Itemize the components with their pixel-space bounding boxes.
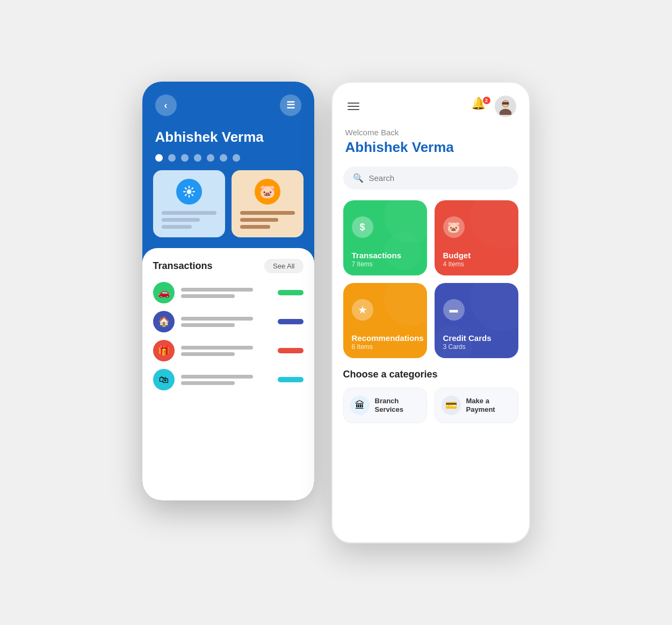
menu-button-left[interactable]: ☰ xyxy=(280,95,301,116)
svg-line-8 xyxy=(185,194,186,196)
transactions-section: Transactions See All 🚗 🏠 xyxy=(142,248,314,500)
dot-4 xyxy=(194,154,201,162)
card-transfers[interactable]: $ xyxy=(153,170,225,237)
transactions-title: Transactions xyxy=(153,260,213,272)
recommendations-card-title: Recommendations xyxy=(352,333,418,343)
branch-services-text: Branch Services xyxy=(375,397,420,413)
account-cards-row: $ 🐷 xyxy=(142,170,314,248)
transactions-card[interactable]: $ Transactions 7 Items xyxy=(343,200,427,275)
bg-circle xyxy=(470,283,518,331)
categories-title: Choose a categories xyxy=(343,369,518,380)
search-bar[interactable]: 🔍 xyxy=(343,166,518,190)
menu-bar-2 xyxy=(348,106,359,107)
search-input[interactable] xyxy=(369,173,509,183)
tx-icon-car: 🚗 xyxy=(153,282,175,303)
tx-icon-gift: 🎁 xyxy=(153,340,175,361)
right-phone-header: 🔔 2 xyxy=(333,83,529,123)
header-icons: 🔔 2 xyxy=(471,96,516,117)
transaction-list: 🚗 🏠 🎁 xyxy=(153,282,304,390)
card-line xyxy=(162,211,216,215)
tx-badge-car xyxy=(278,290,304,295)
svg-rect-13 xyxy=(502,102,509,105)
card-line xyxy=(240,225,270,229)
dashboard-cards-grid: $ Transactions 7 Items 🐷 Budget 4 Items … xyxy=(333,200,529,369)
categories-section: Choose a categories 🏛 Branch Services 💳 xyxy=(333,369,529,423)
welcome-back-text: Welcome Back xyxy=(345,128,516,137)
tx-line xyxy=(181,317,253,321)
dot-6 xyxy=(220,154,227,162)
notification-button[interactable]: 🔔 2 xyxy=(471,97,490,116)
bg-circle xyxy=(470,200,518,249)
tx-line xyxy=(181,323,235,327)
card-line xyxy=(162,218,200,222)
card-line xyxy=(240,211,295,215)
transfers-icon: $ xyxy=(176,179,202,205)
svg-text:$: $ xyxy=(187,189,191,195)
transactions-icon: $ xyxy=(352,216,373,238)
branch-services-name: Branch Services xyxy=(375,397,420,413)
notification-badge: 2 xyxy=(483,97,490,104)
make-payment-text: Make a Payment xyxy=(466,397,511,413)
bg-circle xyxy=(384,283,427,326)
dot-3 xyxy=(181,154,189,162)
make-payment-card[interactable]: 💳 Make a Payment xyxy=(435,388,518,423)
budget-icon: 🐷 xyxy=(443,216,465,238)
tx-badge-gift xyxy=(278,348,304,353)
welcome-section: Welcome Back Abhishek Verma xyxy=(333,123,529,166)
menu-bar-3 xyxy=(348,109,359,110)
budget-card[interactable]: 🐷 Budget 4 Items xyxy=(435,200,518,275)
bg-circle xyxy=(384,232,422,270)
tx-lines-shopping xyxy=(181,375,271,385)
categories-row: 🏛 Branch Services 💳 Make a Payment xyxy=(343,388,518,423)
card-savings[interactable]: 🐷 xyxy=(232,170,304,237)
left-phone-header: ‹ ☰ xyxy=(142,82,314,125)
dot-5 xyxy=(207,154,214,162)
tx-line xyxy=(181,381,235,385)
credit-cards-card[interactable]: ▬ Credit Cards 3 Cards xyxy=(435,283,518,358)
welcome-username: Abhishek Verma xyxy=(345,139,516,156)
avatar[interactable] xyxy=(495,96,516,117)
svg-line-7 xyxy=(191,187,193,189)
tx-line xyxy=(181,375,253,379)
dot-1 xyxy=(155,154,163,162)
tx-icon-home: 🏠 xyxy=(153,311,175,332)
hamburger-menu-button[interactable] xyxy=(345,100,362,112)
tx-lines-car xyxy=(181,288,271,298)
menu-bar-1 xyxy=(348,103,359,104)
branch-services-card[interactable]: 🏛 Branch Services xyxy=(343,388,427,423)
tx-icon-shopping: 🛍 xyxy=(153,369,175,390)
credit-cards-icon: ▬ xyxy=(443,299,465,321)
tx-line xyxy=(181,352,235,356)
budget-card-subtitle: 4 Items xyxy=(443,260,510,268)
recommendations-card[interactable]: ★ Recommendations 6 Items xyxy=(343,283,427,358)
tx-lines-gift xyxy=(181,346,271,356)
left-phone-username: Abhishek Verma xyxy=(142,125,314,154)
svg-point-11 xyxy=(499,109,511,115)
svg-line-6 xyxy=(191,194,193,196)
recommendations-icon: ★ xyxy=(352,299,373,321)
make-payment-icon: 💳 xyxy=(442,396,461,415)
tx-item-home[interactable]: 🏠 xyxy=(153,311,304,332)
tx-line xyxy=(181,288,253,292)
make-payment-name: Make a Payment xyxy=(466,397,511,413)
card-line xyxy=(162,225,192,229)
card-line xyxy=(240,218,278,222)
card1-lines xyxy=(162,211,216,229)
left-phone: ‹ ☰ Abhishek Verma xyxy=(142,82,314,500)
tx-item-shopping[interactable]: 🛍 xyxy=(153,369,304,390)
tx-item-gift[interactable]: 🎁 xyxy=(153,340,304,361)
back-button[interactable]: ‹ xyxy=(155,95,177,116)
tx-line xyxy=(181,346,253,350)
search-icon: 🔍 xyxy=(353,173,364,183)
recommendations-card-subtitle: 6 Items xyxy=(352,343,418,351)
card2-lines xyxy=(240,211,295,229)
right-phone: 🔔 2 Welcome Back Abhishek Verma xyxy=(331,82,530,543)
see-all-button[interactable]: See All xyxy=(264,259,303,273)
branch-services-icon: 🏛 xyxy=(350,396,370,415)
svg-line-5 xyxy=(185,187,186,189)
tx-badge-home xyxy=(278,319,304,324)
tx-badge-shopping xyxy=(278,377,304,382)
tx-item-car[interactable]: 🚗 xyxy=(153,282,304,303)
dot-7 xyxy=(233,154,240,162)
transactions-header: Transactions See All xyxy=(153,259,304,273)
